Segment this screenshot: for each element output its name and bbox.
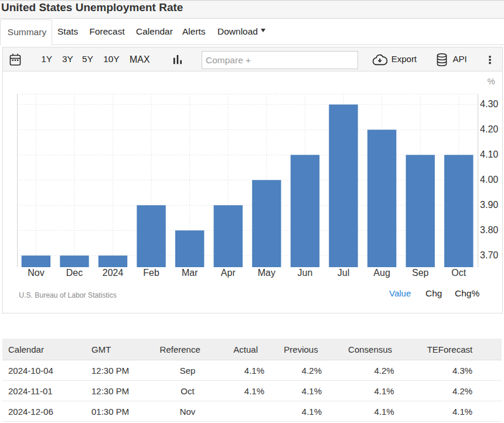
svg-text:Dec: Dec — [66, 268, 83, 278]
svg-text:Jul: Jul — [338, 268, 349, 278]
svg-text:4.10: 4.10 — [480, 149, 498, 159]
svg-text:Mar: Mar — [182, 268, 198, 278]
svg-text:4.30: 4.30 — [480, 99, 498, 109]
svg-text:Nov: Nov — [28, 268, 44, 278]
svg-text:Value: Value — [389, 288, 411, 298]
svg-text:Jun: Jun — [298, 268, 313, 278]
svg-text:Aug: Aug — [373, 268, 390, 278]
svg-text:Chg: Chg — [425, 288, 442, 298]
svg-text:Oct: Oct — [451, 268, 466, 278]
svg-text:Sep: Sep — [412, 268, 429, 278]
svg-text:3.70: 3.70 — [480, 250, 498, 260]
svg-text:Apr: Apr — [221, 268, 236, 278]
svg-text:Feb: Feb — [143, 268, 159, 278]
svg-text:4.00: 4.00 — [480, 175, 498, 185]
svg-text:U.S. Bureau of Labor Statistic: U.S. Bureau of Labor Statistics — [19, 291, 117, 299]
svg-text:Chg%: Chg% — [455, 288, 479, 298]
svg-text:3.80: 3.80 — [480, 225, 498, 235]
svg-text:2024: 2024 — [103, 268, 124, 278]
svg-text:May: May — [258, 268, 275, 278]
svg-text:4.20: 4.20 — [480, 124, 498, 134]
svg-text:3.90: 3.90 — [480, 200, 498, 210]
svg-text:%: % — [488, 76, 495, 86]
